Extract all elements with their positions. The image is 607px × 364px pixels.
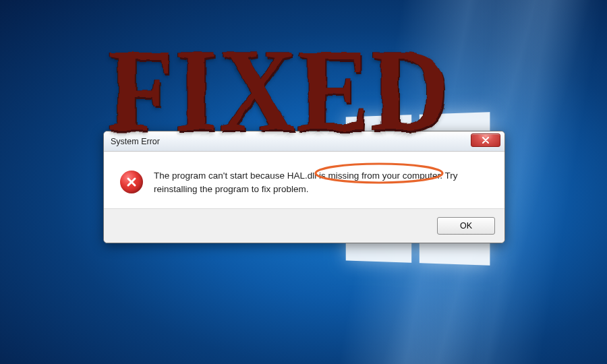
dialog-body: The program can't start because HAL.dll … [104,152,504,208]
close-icon [482,137,490,144]
dialog-title: System Error [111,137,160,146]
ok-button[interactable]: OK [437,217,495,235]
close-button[interactable] [471,133,500,147]
error-icon [120,171,143,193]
dialog-titlebar: System Error [104,131,504,152]
dialog-message: The program can't start because HAL.dll … [154,169,471,196]
dialog-footer: OK [104,208,504,243]
error-dialog: System Error The program can't start bec… [103,131,505,243]
